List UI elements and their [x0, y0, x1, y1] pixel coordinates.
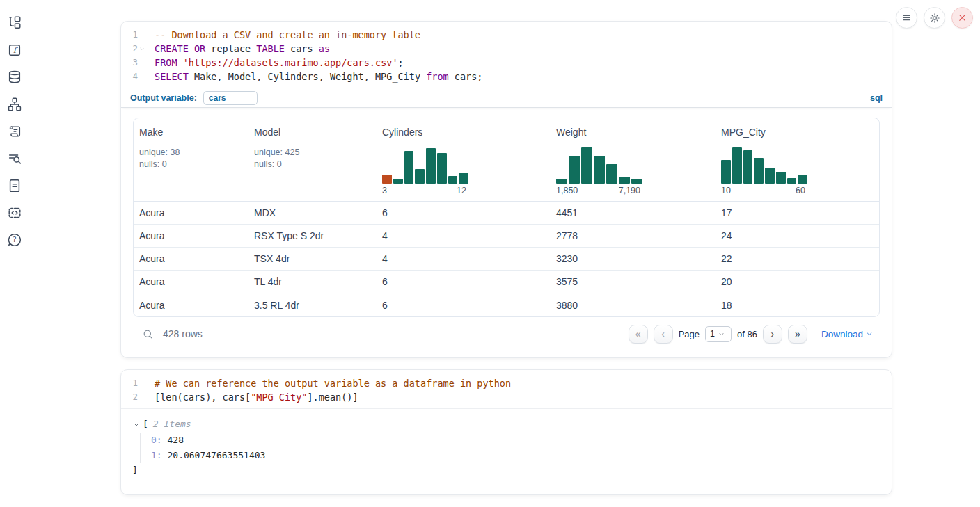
histogram-bar[interactable] [798, 175, 807, 184]
column-header-weight[interactable]: Weight 1,850 7,190 [551, 118, 716, 201]
table-cell: TL 4dr [248, 276, 377, 287]
histogram-bar[interactable] [459, 173, 468, 184]
table-row[interactable]: AcuraTL 4dr6357520 [134, 271, 879, 293]
output-variable-label: Output variable: [130, 93, 197, 103]
fold-spacer [138, 376, 146, 390]
histogram-bar[interactable] [404, 151, 414, 184]
first-page-button[interactable]: « [629, 325, 648, 344]
code-text: # We can reference the output variable a… [148, 376, 892, 390]
table-row[interactable]: AcuraTSX 4dr4323022 [134, 248, 879, 271]
histogram-bar[interactable] [754, 158, 764, 184]
output-variable-input[interactable] [203, 91, 258, 105]
table-footer: 428 rows « ‹ Page 1 of 86 › » Download [133, 317, 880, 356]
prev-page-button[interactable]: ‹ [654, 325, 673, 344]
hist-axis-min: 3 [382, 186, 387, 195]
last-page-button[interactable]: » [788, 325, 807, 344]
table-cell: Acura [134, 276, 248, 287]
hist-axis-min: 1,850 [556, 186, 578, 195]
histogram-bar[interactable] [743, 150, 753, 184]
histogram-bar[interactable] [437, 153, 447, 184]
nulls-stat: nulls: 0 [254, 159, 371, 170]
histogram-bar[interactable] [569, 156, 580, 184]
table-cell: 3.5 RL 4dr [248, 300, 377, 311]
code-text: CREATE OR replace TABLE cars as [148, 42, 892, 56]
histogram-bar[interactable] [631, 179, 642, 184]
column-header-mpg-city[interactable]: MPG_City 10 60 [716, 118, 879, 201]
histogram-bar[interactable] [721, 160, 731, 184]
search-button[interactable] [138, 324, 157, 344]
table-cell: Acura [134, 230, 248, 241]
fold-spacer [138, 70, 146, 83]
table-row[interactable]: AcuraMDX6445117 [134, 202, 879, 225]
tree-entry-index: 0: [151, 435, 162, 445]
code-line[interactable]: 2CREATE OR replace TABLE cars as [121, 42, 892, 56]
histogram-bar[interactable] [787, 178, 797, 184]
histogram-bar[interactable] [426, 148, 436, 184]
histogram-bar[interactable] [765, 168, 775, 184]
page-select[interactable]: 1 [705, 326, 732, 342]
help-icon[interactable]: ? [6, 231, 24, 249]
settings-button[interactable] [924, 7, 945, 29]
hist-axis-min: 10 [721, 186, 731, 195]
table-cell: 18 [716, 300, 879, 311]
tree-collapse-icon[interactable] [132, 420, 141, 428]
histogram-bar[interactable] [382, 175, 392, 184]
table-cell: 3230 [551, 253, 716, 264]
column-header-model[interactable]: Model unique: 425 nulls: 0 [248, 118, 377, 201]
cylinders-histogram[interactable]: 3 12 [382, 145, 468, 195]
code-text: SELECT Make, Model, Cylinders, Weight, M… [148, 70, 892, 83]
row-count-label: 428 rows [163, 328, 203, 339]
outputs-code-icon[interactable] [6, 204, 24, 222]
line-number: 1 [121, 28, 138, 42]
pagination: « ‹ Page 1 of 86 › » Download [629, 325, 873, 344]
documentation-icon[interactable] [6, 177, 24, 195]
histogram-bar[interactable] [581, 147, 592, 184]
histogram-bar[interactable] [619, 177, 630, 184]
file-explorer-icon[interactable] [6, 14, 24, 32]
histogram-bar[interactable] [556, 179, 567, 184]
column-header-make[interactable]: Make unique: 38 nulls: 0 [134, 118, 248, 201]
code-line[interactable]: 3FROM 'https://datasets.marimo.app/cars.… [121, 56, 892, 70]
table-cell: Acura [134, 253, 248, 264]
tree-entry: 1: 20.060747663551403 [151, 448, 879, 463]
dependency-graph-icon[interactable] [6, 95, 24, 113]
sql-cell-footer: Output variable: sql [121, 88, 892, 108]
code-line[interactable]: 2[len(cars), cars["MPG_City"].mean()] [121, 390, 892, 404]
histogram-bar[interactable] [393, 179, 403, 184]
table-row[interactable]: AcuraRSX Type S 2dr4277824 [134, 225, 879, 248]
code-line[interactable]: 4SELECT Make, Model, Cylinders, Weight, … [121, 70, 892, 83]
tree-close-bracket: ] [132, 463, 879, 477]
column-header-cylinders[interactable]: Cylinders 3 12 [377, 118, 551, 201]
datasources-icon[interactable] [6, 68, 24, 86]
next-page-button[interactable]: › [763, 325, 782, 344]
download-button[interactable]: Download [821, 329, 873, 339]
page-label: Page [679, 329, 700, 339]
tree-items-count: 2 Items [153, 417, 191, 431]
menu-button[interactable] [896, 7, 917, 29]
histogram-bar[interactable] [448, 176, 458, 184]
table-cell: 3575 [551, 276, 716, 287]
snippets-icon[interactable] [6, 122, 24, 140]
result-tree: [ 2 Items 0: 4281: 20.060747663551403 ] [121, 409, 892, 487]
table-row[interactable]: Acura3.5 RL 4dr6388018 [134, 293, 879, 316]
logs-search-icon[interactable] [6, 150, 24, 168]
sql-code-editor[interactable]: 1-- Download a CSV and create an in-memo… [121, 22, 892, 88]
svg-text:f: f [13, 46, 18, 55]
python-code-editor[interactable]: 1# We can reference the output variable … [121, 370, 892, 409]
histogram-bar[interactable] [606, 164, 617, 184]
close-icon [958, 13, 967, 22]
histogram-bar[interactable] [732, 147, 742, 184]
mpg-city-histogram[interactable]: 10 60 [721, 145, 807, 195]
shutdown-button[interactable] [951, 7, 973, 29]
code-line[interactable]: 1# We can reference the output variable … [121, 376, 892, 390]
weight-histogram[interactable]: 1,850 7,190 [556, 145, 642, 195]
variables-icon[interactable]: f [6, 41, 24, 59]
code-line[interactable]: 1-- Download a CSV and create an in-memo… [121, 28, 892, 42]
histogram-bar[interactable] [415, 169, 425, 184]
histogram-bar[interactable] [776, 172, 786, 184]
fold-spacer [138, 56, 146, 70]
fold-chevron-icon[interactable] [138, 42, 146, 56]
histogram-bar[interactable] [594, 156, 605, 184]
line-number: 2 [121, 42, 138, 56]
table-body: AcuraMDX6445117AcuraRSX Type S 2dr427782… [134, 202, 879, 316]
